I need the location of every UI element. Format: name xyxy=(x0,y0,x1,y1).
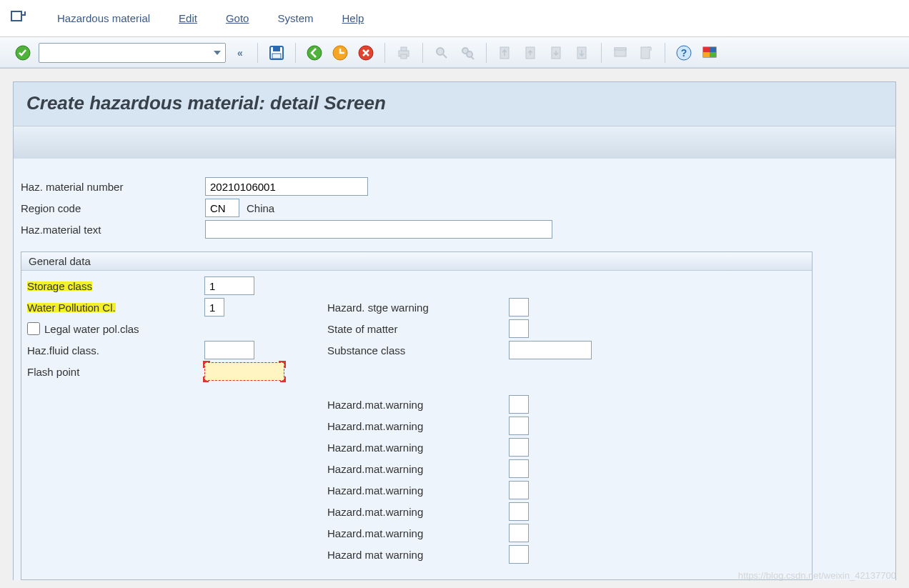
svg-rect-24 xyxy=(703,47,710,52)
toolbar-separator xyxy=(295,43,296,63)
svg-rect-10 xyxy=(401,54,407,59)
toolbar-separator xyxy=(384,43,385,63)
label-hazard-warning: Hazard.mat.warning xyxy=(327,484,509,497)
layout-icon[interactable] xyxy=(700,43,720,63)
label-flash-point: Flash point xyxy=(27,366,204,378)
svg-rect-19 xyxy=(615,48,626,50)
input-water-pollution[interactable] xyxy=(204,298,224,317)
row-hazard-warning: Hazard.mat.warning xyxy=(322,415,812,437)
svg-point-11 xyxy=(437,48,444,55)
label-legal-water: Legal water pol.clas xyxy=(27,322,204,335)
text-region-name: China xyxy=(247,202,274,214)
back-icon[interactable] xyxy=(304,43,324,63)
input-hazard-warning[interactable] xyxy=(509,395,529,414)
input-hazard-warning[interactable] xyxy=(509,524,529,542)
find-icon xyxy=(432,43,452,63)
group-right-column: Hazard. stge warning State of matter Sub… xyxy=(322,275,812,565)
row-haz-text: Haz.material text xyxy=(14,219,895,240)
input-flash-point[interactable] xyxy=(204,362,284,381)
label-substance-class: Substance class xyxy=(327,344,509,357)
toolbar-separator xyxy=(422,43,423,63)
application-toolbar xyxy=(14,126,895,159)
command-field[interactable] xyxy=(39,43,226,63)
menu-system[interactable]: System xyxy=(273,9,317,27)
input-region-code[interactable] xyxy=(205,199,239,217)
new-session-icon xyxy=(610,43,630,63)
label-state-matter: State of matter xyxy=(327,323,509,335)
label-hazard-warning: Hazard.mat.warning xyxy=(327,399,509,411)
help-icon[interactable]: ? xyxy=(674,43,694,63)
label-region-code: Region code xyxy=(21,202,205,214)
input-hazard-warning[interactable] xyxy=(509,481,529,499)
shortcut-icon xyxy=(636,43,656,63)
menu-help[interactable]: Help xyxy=(337,9,368,27)
label-haz-text: Haz.material text xyxy=(21,224,205,236)
svg-rect-0 xyxy=(11,11,21,21)
svg-rect-9 xyxy=(401,47,407,51)
input-hazard-warning[interactable] xyxy=(509,502,529,521)
group-header: General data xyxy=(21,252,812,271)
row-hazard-warning: Hazard.mat.warning xyxy=(322,458,812,479)
input-haz-number[interactable] xyxy=(205,177,368,196)
collapse-toolbar-icon[interactable]: « xyxy=(232,43,249,63)
input-hazard-stge[interactable] xyxy=(509,298,529,317)
svg-rect-27 xyxy=(710,52,716,57)
toolbar: « ? xyxy=(0,37,909,69)
label-hazard-warning: Hazard.mat.warning xyxy=(327,442,509,454)
last-page-icon xyxy=(572,43,592,63)
page-title: Create hazardous material: detail Screen xyxy=(14,82,895,126)
dropdown-caret-icon xyxy=(214,51,221,55)
menu-hazardous-material[interactable]: Hazardous material xyxy=(53,9,154,27)
menu-bar: Hazardous material Edit Goto System Help xyxy=(0,0,909,37)
menu-edit[interactable]: Edit xyxy=(174,9,202,27)
label-hazard-warning: Hazard.mat.warning xyxy=(327,506,509,518)
find-next-icon xyxy=(457,43,477,63)
app-menu-icon[interactable] xyxy=(10,9,26,27)
row-haz-number: Haz. material number xyxy=(14,176,895,197)
input-storage-class[interactable] xyxy=(204,276,254,295)
menu-goto[interactable]: Goto xyxy=(222,9,254,27)
row-hazard-warning: Hazard.mat.warning xyxy=(322,479,812,501)
prev-page-icon xyxy=(521,43,541,63)
label-hazard-stge: Hazard. stge warning xyxy=(327,302,509,314)
label-hazard-warning: Hazard.mat.warning xyxy=(327,463,509,475)
svg-rect-25 xyxy=(710,47,716,52)
form-area: Haz. material number Region code China H… xyxy=(13,159,896,580)
row-hazard-warning: Hazard.mat.warning xyxy=(322,501,812,522)
title-panel: Create hazardous material: detail Screen xyxy=(13,81,896,159)
cancel-icon[interactable] xyxy=(356,43,376,63)
label-storage-class: Storage class xyxy=(27,280,204,292)
label-hazard-warning: Hazard.mat.warning xyxy=(327,527,509,539)
svg-rect-4 xyxy=(272,54,281,59)
label-hazard-warning: Hazard.mat.warning xyxy=(327,420,509,432)
print-icon xyxy=(394,43,414,63)
row-hazard-warning: Hazard.mat.warning xyxy=(322,522,812,544)
input-hazard-warning[interactable] xyxy=(509,545,529,564)
save-icon[interactable] xyxy=(267,43,287,63)
first-page-icon xyxy=(495,43,515,63)
exit-icon[interactable] xyxy=(330,43,350,63)
svg-rect-26 xyxy=(703,52,710,57)
svg-rect-20 xyxy=(641,47,650,59)
input-haz-text[interactable] xyxy=(205,220,552,239)
svg-text:?: ? xyxy=(681,47,687,59)
row-hazard-warning: Hazard mat warning xyxy=(322,544,812,565)
checkbox-legal-water[interactable] xyxy=(27,322,40,335)
input-haz-fluid[interactable] xyxy=(204,341,254,359)
label-hazard-warning: Hazard mat warning xyxy=(327,549,509,561)
input-hazard-warning[interactable] xyxy=(509,459,529,478)
toolbar-separator xyxy=(486,43,487,63)
next-page-icon xyxy=(547,43,567,63)
input-hazard-warning[interactable] xyxy=(509,438,529,457)
svg-rect-3 xyxy=(273,46,280,51)
row-hazard-warning: Hazard.mat.warning xyxy=(322,394,812,415)
toolbar-separator xyxy=(257,43,258,63)
enter-icon[interactable] xyxy=(13,43,33,63)
group-left-column: Storage class Water Pollution Cl. Legal … xyxy=(21,275,322,565)
row-region-code: Region code China xyxy=(14,197,895,219)
input-hazard-warning[interactable] xyxy=(509,417,529,435)
input-state-matter[interactable] xyxy=(509,319,529,338)
input-substance-class[interactable] xyxy=(509,341,592,359)
group-general-data: General data Storage class Water Polluti… xyxy=(21,251,813,580)
toolbar-separator xyxy=(665,43,665,63)
